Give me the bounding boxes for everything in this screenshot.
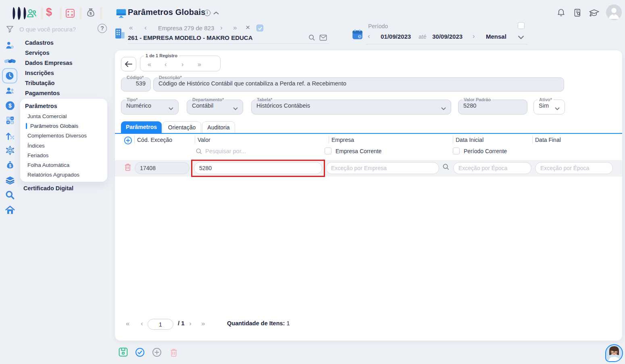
ativo-label: Ativo* [538, 98, 554, 102]
delete-row-icon[interactable] [124, 163, 131, 171]
gear-icon[interactable] [5, 145, 15, 156]
submenu-item-complementos-diversos[interactable]: Complementos Diversos [27, 132, 87, 139]
periodo-corrente-checkbox[interactable] [453, 148, 460, 154]
divider [60, 7, 62, 19]
period-until-label: até [419, 33, 426, 40]
sidebar-active-icon-wrap[interactable] [2, 68, 17, 83]
people-icon[interactable] [26, 7, 38, 19]
info-icon[interactable]: i [204, 10, 210, 16]
user-settings-icon[interactable] [5, 40, 15, 51]
company-last-icon[interactable]: » [233, 25, 237, 31]
handshake-icon[interactable] [4, 56, 16, 66]
submenu-item-folha-automatica[interactable]: Folha Automática [27, 162, 69, 169]
empresa-excecao-input[interactable] [326, 162, 439, 174]
submenu-item-parametros-globais[interactable]: Parâmetros Globais [30, 123, 78, 130]
envelope-icon[interactable] [319, 34, 327, 41]
dollar-circle-icon[interactable]: $ [5, 100, 15, 111]
sidebar-item-certificado-digital[interactable]: Certificado Digital [23, 184, 73, 192]
valor-input[interactable] [194, 162, 322, 174]
col-separator [134, 136, 135, 144]
data-final-input[interactable] [535, 162, 613, 174]
departamento-select[interactable]: Departamento* Contábil [187, 98, 243, 114]
valor-filter-input[interactable] [205, 147, 302, 156]
parametros-globais-panel: 1 de 1 Registro « ‹ › » Código* 539 Desc… [115, 50, 622, 341]
page-prev-icon[interactable]: ‹ [141, 320, 143, 328]
assistant-avatar-bubble[interactable] [605, 344, 623, 362]
company-next-icon[interactable]: › [220, 25, 223, 31]
back-button[interactable] [121, 57, 136, 71]
document-search-icon[interactable] [573, 8, 582, 17]
calculator-icon[interactable] [65, 8, 76, 19]
registro-prev-icon[interactable]: ‹ [165, 61, 167, 68]
sidebar-search-input[interactable] [19, 24, 94, 34]
tipo-select[interactable]: Tipo* Numérico [121, 98, 179, 114]
tab-orientacao[interactable]: Orientação [162, 121, 201, 133]
confirm-icon[interactable] [135, 347, 145, 357]
ativo-select[interactable]: Ativo* Sim [533, 98, 565, 114]
registro-first-icon[interactable]: « [148, 61, 151, 68]
data-inicial-input[interactable] [453, 162, 531, 174]
period-mode-select[interactable]: Mensal [486, 33, 506, 40]
sidebar-item-dados-empresas[interactable]: Dados Empresas [25, 59, 73, 67]
empresa-lookup-icon[interactable] [442, 163, 450, 171]
user-avatar[interactable] [606, 4, 622, 20]
page-first-icon[interactable]: « [126, 320, 129, 328]
check-icon [258, 26, 262, 31]
layers-icon[interactable] [5, 175, 15, 185]
money-bag-icon[interactable] [85, 7, 97, 19]
add-row-icon[interactable] [124, 136, 132, 145]
sidebar-item-tributacao[interactable]: Tributação [25, 79, 54, 87]
page-last-icon[interactable]: » [201, 320, 205, 328]
chevron-down-icon [441, 107, 446, 110]
registro-last-icon[interactable]: » [198, 61, 201, 68]
submenu-item-indices[interactable]: Índices [27, 142, 45, 150]
page-number-input[interactable] [148, 319, 173, 330]
delete-icon[interactable] [170, 348, 178, 357]
help-icon[interactable]: ? [98, 24, 107, 33]
notifications-bell-icon[interactable] [556, 8, 566, 17]
active-item-bar [26, 123, 27, 129]
search-blue-icon[interactable] [5, 190, 15, 200]
tab-parametros[interactable]: Parâmetros [121, 121, 162, 133]
page-title: Parâmetros Globais [128, 8, 206, 17]
tab-auditoria[interactable]: Auditoria [202, 121, 235, 133]
company-checkbox[interactable] [256, 25, 263, 31]
sidebar-item-servicos[interactable]: Serviços [25, 49, 49, 57]
period-label: Período [368, 23, 388, 29]
period-end-date[interactable]: 30/09/2023 [432, 33, 462, 40]
graduation-cap-icon[interactable] [589, 8, 600, 18]
people-group-icon[interactable] [5, 85, 15, 96]
dollar-icon[interactable]: $ [46, 6, 52, 19]
percent-increase-icon[interactable] [5, 130, 15, 141]
sidebar-item-inscricoes[interactable]: Inscrições [25, 69, 54, 77]
submenu-item-feriados[interactable]: Feriados [27, 152, 49, 159]
empresa-corrente-checkbox[interactable] [325, 148, 331, 154]
submenu-item-junta-comercial[interactable]: Junta Comercial [27, 113, 67, 120]
sidebar-item-pagamentos[interactable]: Pagamentos [25, 89, 60, 97]
company-first-icon[interactable]: « [129, 25, 133, 31]
filter-funnel-icon[interactable] [6, 25, 14, 33]
col-separator [329, 136, 329, 144]
save-icon[interactable] [118, 347, 128, 357]
submenu-item-relatorios-agrupados[interactable]: Relatórios Agrupados [27, 171, 79, 179]
company-search-icon[interactable] [308, 34, 316, 42]
period-chevron-down-icon[interactable] [518, 35, 524, 39]
company-prev-icon[interactable]: ‹ [144, 25, 147, 31]
registro-next-icon[interactable]: › [181, 61, 183, 68]
codigo-value: 539 [121, 80, 150, 87]
period-prev-icon[interactable]: ‹ [368, 33, 370, 40]
chevron-up-icon[interactable] [213, 11, 219, 15]
period-next-icon[interactable]: › [473, 33, 475, 40]
add-icon[interactable] [152, 347, 162, 357]
sidebar-item-cadastros[interactable]: Cadastros [25, 39, 54, 47]
page-next-icon[interactable]: › [189, 320, 192, 328]
company-clear-icon[interactable]: × [246, 24, 250, 31]
home-icon[interactable] [5, 205, 15, 215]
tabela-select[interactable]: Tabela* Históricos Contábeis [251, 98, 451, 114]
company-nav-label: Empresa 279 de 823 [158, 25, 214, 31]
submenu-title-parametros[interactable]: Parâmetros [25, 103, 57, 109]
period-checkbox[interactable] [518, 22, 525, 29]
money-bag-blue-icon[interactable]: $ [5, 160, 15, 171]
period-start-date[interactable]: 01/09/2023 [381, 33, 411, 40]
calculator-blue-icon[interactable] [5, 115, 15, 126]
